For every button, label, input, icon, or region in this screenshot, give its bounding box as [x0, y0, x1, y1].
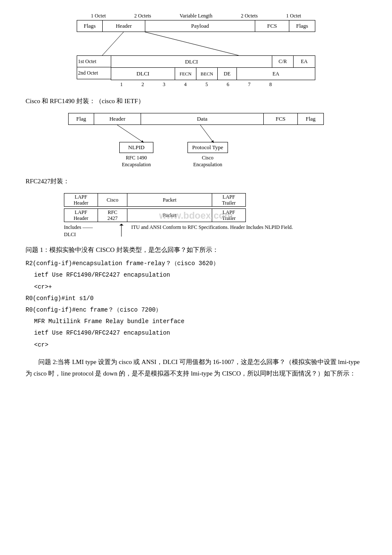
frame-main-row: Flags Header Payload FCS Flags	[77, 20, 315, 32]
protocol-type-label: CiscoEncapsulation	[193, 155, 222, 168]
nlpid-label: RFC 1490Encapsulation	[122, 155, 151, 168]
question1-section: 问题 1：模拟实验中没有 CISCO 封装类型，是怎么回事？如下所示： R2(c…	[26, 244, 366, 350]
row1-lapf-trailer: LAPFTrailer	[212, 193, 246, 207]
cisco-diagram: Flag Header Data FCS Flag	[68, 113, 324, 168]
frame-cell-header: Header	[103, 20, 145, 32]
num7: 7	[239, 81, 260, 88]
octet1-label: 1st Octet	[77, 55, 111, 67]
fecn-cell: FECN	[175, 68, 196, 80]
rfc2427-row1: LAPFHeader Cisco Packet LAPFTrailer	[64, 193, 328, 207]
svg-marker-5	[119, 224, 124, 225]
num1: 1	[111, 81, 132, 88]
row2-packet: Packet	[127, 208, 212, 222]
rfc2427-footer: Includes ——DLCI ITU and ANSI Conform to …	[64, 224, 328, 238]
num3: 3	[153, 81, 175, 88]
svg-line-0	[102, 32, 124, 55]
cisco-fcs: FCS	[264, 113, 298, 124]
cisco-header: Header	[94, 113, 141, 124]
octet2-label: 2nd Octet	[77, 67, 111, 79]
breakdown-area: 1st Octet 2nd Octet DLCI C/R EA DLCI FEC…	[77, 55, 315, 80]
frame-relay-section: 1 Octet 2 Octets Variable Length 2 Octet…	[26, 13, 366, 88]
num6: 6	[217, 81, 239, 88]
cisco-connector	[68, 125, 324, 142]
rfc2427-section: RFC2427封装： www.bdoex.com LAPFHeader Cisc…	[26, 176, 366, 238]
protocol-type-item: Protocol Type CiscoEncapsulation	[187, 142, 228, 168]
label-1octet-2: 1 Octet	[286, 13, 301, 19]
num2: 2	[132, 81, 153, 88]
frame-label-row: 1 Octet 2 Octets Variable Length 2 Octet…	[77, 13, 315, 19]
protocol-type-box: Protocol Type	[187, 142, 228, 153]
cisco-flag2: Flag	[298, 113, 323, 124]
rfc2427-title: RFC2427封装：	[26, 176, 366, 187]
svg-line-2	[117, 125, 143, 142]
frame-cell-fcs: FCS	[255, 20, 289, 32]
cisco-flag1: Flag	[69, 113, 94, 124]
num8: 8	[260, 81, 281, 88]
cisco-sub-boxes: NLPID RFC 1490Encapsulation Protocol Typ…	[68, 142, 324, 168]
cisco-frame-row: Flag Header Data FCS Flag	[68, 113, 324, 125]
row1-lapf-header: LAPFHeader	[64, 193, 98, 207]
includes-dlci: Includes ——DLCI	[64, 224, 119, 238]
question1-title: 问题 1：模拟实验中没有 CISCO 封装类型，是怎么回事？如下所示：	[26, 244, 366, 256]
cisco-data: Data	[141, 113, 264, 124]
question2-title: 问题 2:当将 LMI type 设置为 cisco 或 ANSI，DLCI 可…	[26, 356, 366, 379]
label-2octets-2: 2 Octets	[241, 13, 258, 19]
connector-area	[77, 32, 315, 55]
q1-line7: <cr>	[34, 340, 366, 350]
row2-rfc2427: RFC2427	[98, 208, 127, 222]
dlci-1: DLCI	[111, 56, 272, 67]
up-arrow-svg	[119, 224, 124, 237]
breakdown-row1: DLCI C/R EA	[111, 56, 315, 68]
q1-line1: ietf Use RFC1490/RFC2427 encapsulation	[34, 270, 366, 280]
row1-cisco: Cisco	[98, 193, 127, 207]
rfc2427-diagram: www.bdoex.com LAPFHeader Cisco Packet LA…	[64, 193, 328, 238]
nlpid-box: NLPID	[119, 142, 153, 153]
q1-line4: R0(config-if)#enc frame？（cisco 7200）	[26, 305, 366, 315]
breakdown-row2: DLCI FECN BECN DE EA	[111, 68, 315, 80]
itu-ansi-text: ITU and ANSI Conform to RFC Specificatio…	[128, 224, 328, 231]
de-cell: DE	[218, 68, 237, 80]
row1-packet: Packet	[127, 193, 212, 207]
arrow-area	[119, 224, 128, 238]
q1-line0: R2(config-if)#encapsulation frame-relay？…	[26, 258, 366, 269]
q1-line2: <cr>+	[34, 282, 366, 292]
rfc2427-row2: LAPFHeader RFC2427 Packet LAPFTrailer	[64, 208, 328, 222]
ea2-cell: EA	[237, 68, 315, 80]
label-1octet: 1 Octet	[91, 13, 106, 19]
number-row: 1 2 3 4 5 6 7 8	[111, 81, 315, 88]
q1-line6: ietf Use RFC1490/RFC2427 encapsulation	[34, 328, 366, 338]
row2-lapf-header: LAPFHeader	[64, 208, 98, 222]
cr-cell: C/R	[272, 56, 294, 67]
frame-cell-payload: Payload	[145, 20, 255, 32]
label-2octets: 2 Octets	[134, 13, 151, 19]
frame-cell-flags1: Flags	[77, 20, 103, 32]
svg-line-3	[200, 125, 213, 142]
ea1-cell: EA	[294, 56, 315, 67]
row2-lapf-trailer: LAPFTrailer	[212, 208, 246, 222]
cisco-rfc-section: Cisco 和 RFC1490 封装：（cisco 和 IETF） Flag H…	[26, 95, 366, 168]
connector-svg	[77, 32, 315, 55]
frame-cell-flags2: Flags	[289, 20, 315, 32]
svg-line-1	[145, 32, 239, 55]
dlci-2: DLCI	[111, 68, 175, 80]
breakdown-grid: DLCI C/R EA DLCI FECN BECN DE EA	[111, 55, 315, 80]
frame-diagram: 1 Octet 2 Octets Variable Length 2 Octet…	[77, 13, 315, 88]
cisco-connector-svg	[68, 125, 324, 142]
becn-cell: BECN	[196, 68, 218, 80]
nlpid-item: NLPID RFC 1490Encapsulation	[119, 142, 153, 168]
question2-section: 问题 2:当将 LMI type 设置为 cisco 或 ANSI，DLCI 可…	[26, 356, 366, 379]
cisco-rfc-title: Cisco 和 RFC1490 封装：（cisco 和 IETF）	[26, 95, 366, 107]
q1-line3: R0(config)#int s1/0	[26, 293, 366, 304]
label-variable: Variable Length	[179, 13, 212, 19]
num4: 4	[175, 81, 196, 88]
q1-line5: MFR Multilink Frame Relay bundle interfa…	[34, 316, 366, 327]
breakdown-labels: 1st Octet 2nd Octet	[77, 55, 111, 80]
num5: 5	[196, 81, 217, 88]
